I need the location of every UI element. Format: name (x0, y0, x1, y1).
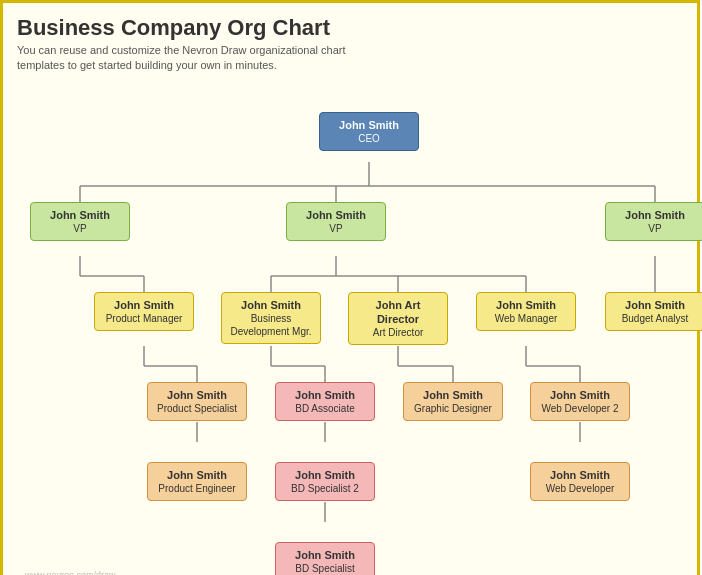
node-wm: John Smith Web Manager (476, 292, 576, 331)
node-bdm: John Smith Business Development Mgr. (221, 292, 321, 344)
node-wd: John Smith Web Developer (530, 462, 630, 501)
outer-border: Business Company Org Chart You can reuse… (0, 0, 700, 575)
node-vp3: John Smith VP (605, 202, 702, 241)
node-bds: John Smith BD Specialist (275, 542, 375, 575)
chart-area: John Smith CEO John Smith VP John Smith … (17, 84, 683, 575)
node-pe: John Smith Product Engineer (147, 462, 247, 501)
node-vp1: John Smith VP (30, 202, 130, 241)
node-bda: John Smith BD Associate (275, 382, 375, 421)
node-ceo: John Smith CEO (319, 112, 419, 151)
page-title: Business Company Org Chart (17, 15, 683, 41)
node-ba: John Smith Budget Analyst (605, 292, 702, 331)
node-ad: John Art Director Art Director (348, 292, 448, 346)
node-gd: John Smith Graphic Designer (403, 382, 503, 421)
watermark: www.nevron.com/draw (25, 570, 116, 575)
node-pm: John Smith Product Manager (94, 292, 194, 331)
page-subtitle: You can reuse and customize the Nevron D… (17, 43, 357, 74)
node-ps: John Smith Product Specialist (147, 382, 247, 421)
node-bds2: John Smith BD Specialist 2 (275, 462, 375, 501)
node-vp2: John Smith VP (286, 202, 386, 241)
node-wd2: John Smith Web Developer 2 (530, 382, 630, 421)
